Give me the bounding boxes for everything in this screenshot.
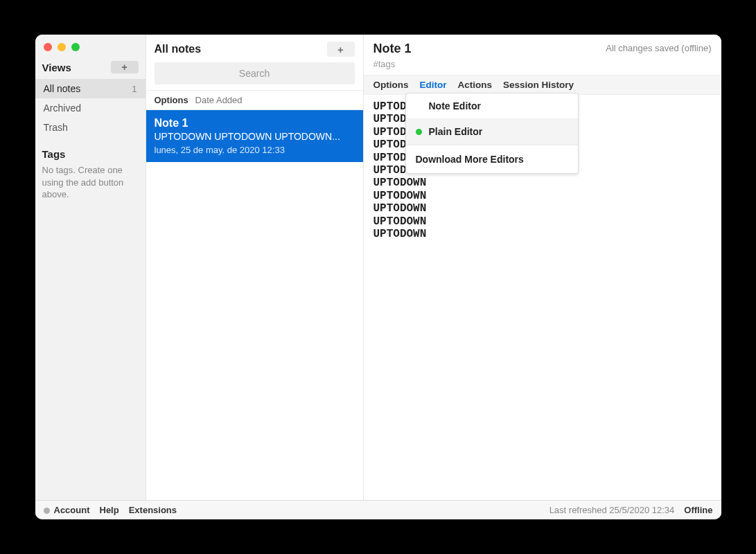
menu-item-label: Plain Editor — [429, 126, 483, 137]
sidebar-item-label: All notes — [44, 83, 81, 94]
tab-options[interactable]: Options — [373, 80, 409, 90]
editor-column: Note 1 All changes saved (offline) #tags… — [364, 35, 721, 500]
sidebar-item-count: 1 — [132, 84, 137, 94]
account-button[interactable]: Account — [44, 505, 90, 515]
close-window-button[interactable] — [44, 43, 52, 51]
sidebar-item-trash[interactable]: Trash — [35, 118, 146, 137]
editor-header: Note 1 All changes saved (offline) — [364, 35, 721, 59]
menu-item-note-editor[interactable]: Note Editor — [406, 93, 578, 119]
note-item-title: Note 1 — [155, 117, 355, 129]
account-label: Account — [54, 505, 90, 515]
note-list-item[interactable]: Note 1 UPTODOWN UPTODOWN UPTODOWN... lun… — [146, 110, 363, 162]
notes-list-column: All notes + Options Date Added Note 1 UP… — [146, 35, 364, 500]
help-button[interactable]: Help — [100, 505, 119, 515]
sidebar-item-label: Archived — [44, 102, 81, 114]
tags-title: Tags — [35, 137, 146, 163]
footer-bar: Account Help Extensions Last refreshed 2… — [35, 500, 721, 519]
sidebar-item-all-notes[interactable]: All notes 1 — [35, 79, 146, 98]
new-note-button[interactable]: + — [327, 42, 355, 57]
minimize-window-button[interactable] — [58, 43, 66, 51]
account-status-icon — [44, 508, 50, 514]
menu-item-label: Download More Editors — [416, 154, 524, 165]
add-view-button[interactable]: + — [111, 61, 139, 73]
note-title-input[interactable]: Note 1 — [373, 42, 412, 56]
last-refreshed-label: Last refreshed 25/5/2020 12:34 — [550, 505, 675, 515]
tab-editor[interactable]: Editor — [420, 80, 447, 90]
list-options-bar: Options Date Added — [146, 90, 363, 110]
views-header: Views + — [35, 58, 146, 79]
menu-item-plain-editor[interactable]: Plain Editor — [406, 119, 578, 145]
plus-icon: + — [121, 62, 127, 73]
tab-actions[interactable]: Actions — [458, 80, 493, 90]
active-indicator-icon — [416, 129, 422, 135]
sidebar-item-label: Trash — [44, 122, 68, 133]
window-controls — [35, 40, 146, 58]
tab-session-history[interactable]: Session History — [503, 80, 574, 90]
menu-item-download-more-editors[interactable]: Download More Editors — [406, 145, 578, 173]
notes-list-title: All notes — [155, 43, 202, 55]
editor-type-menu: Note Editor Plain Editor Download More E… — [405, 93, 579, 174]
note-item-date: lunes, 25 de may. de 2020 12:33 — [155, 145, 355, 155]
footer-left: Account Help Extensions — [44, 505, 177, 515]
maximize-window-button[interactable] — [71, 43, 80, 51]
notes-list-header: All notes + — [146, 35, 363, 62]
tags-empty-text: No tags. Create one using the add button… — [35, 163, 146, 202]
sidebar-item-archived[interactable]: Archived — [35, 98, 146, 118]
save-status: All changes saved (offline) — [606, 42, 711, 53]
sidebar: Views + All notes 1 Archived Trash Tags … — [35, 35, 146, 500]
list-sort-button[interactable]: Date Added — [195, 95, 243, 105]
sync-status-button[interactable]: Offline — [684, 505, 712, 515]
tags-input[interactable]: #tags — [364, 59, 721, 75]
menu-item-label: Note Editor — [429, 100, 481, 111]
footer-right: Last refreshed 25/5/2020 12:34 Offline — [550, 505, 713, 515]
search-input[interactable] — [155, 62, 355, 84]
main-area: Views + All notes 1 Archived Trash Tags … — [35, 35, 721, 500]
editor-tabs: Options Editor Actions Session History — [364, 75, 721, 95]
list-options-button[interactable]: Options — [155, 95, 188, 105]
app-window: Views + All notes 1 Archived Trash Tags … — [35, 35, 721, 519]
views-title: Views — [42, 62, 71, 73]
note-item-preview: UPTODOWN UPTODOWN UPTODOWN... — [155, 131, 355, 142]
extensions-button[interactable]: Extensions — [129, 505, 177, 515]
plus-icon: + — [337, 44, 344, 55]
